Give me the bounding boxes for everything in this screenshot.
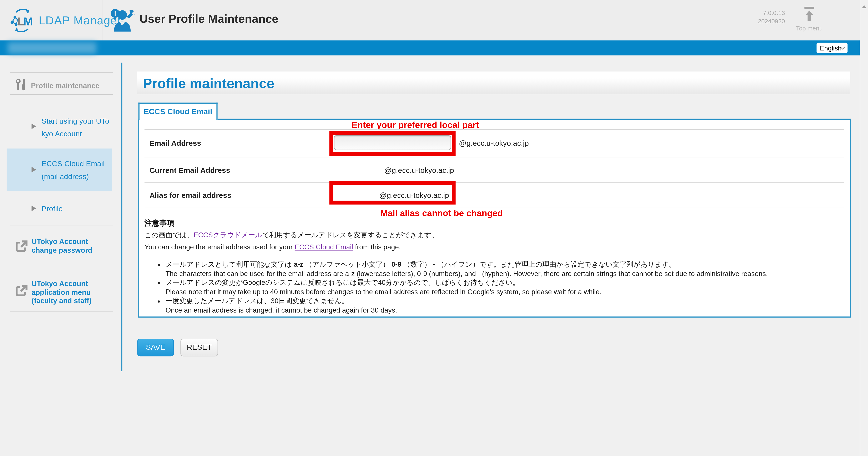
navbar: English (0, 40, 860, 55)
tools-icon (14, 78, 28, 92)
note-jp: 一度変更したメールアドレスは、30日間変更できません。 (165, 296, 840, 306)
language-select-value: English (820, 44, 842, 52)
current-email-value: @g.ecc.u-tokyo.ac.jp (384, 166, 454, 174)
sidebar-divider (10, 94, 113, 95)
app-window: L M LDAP Manager i User Profile Maintena… (0, 0, 868, 456)
page-title: User Profile Maintenance (140, 12, 278, 25)
note-en: Please note that it may take up to 40 mi… (165, 287, 840, 296)
top-menu-label: Top menu (794, 25, 825, 32)
scrollbar-up-arrow[interactable] (862, 5, 866, 8)
sidebar-item-profile[interactable]: Profile (41, 202, 115, 215)
notes-intro-en: You can change the email address used fo… (145, 243, 840, 252)
triangle-bullet-icon (32, 124, 36, 129)
sidebar-content-separator (121, 62, 122, 371)
sidebar-item-change-password[interactable]: UTokyo Account change password (32, 237, 113, 254)
sidebar-item-start-using-account[interactable]: Start using your UTo kyo Account (41, 115, 115, 140)
list-item: 一度変更したメールアドレスは、30日間変更できません。 Once an emai… (165, 296, 840, 315)
top-menu-button[interactable]: Top menu (794, 6, 825, 31)
notes-list: メールアドレスとして利用可能な文字は a-z （アルファベット小文字） 0-9 … (145, 260, 840, 315)
save-button[interactable]: SAVE (137, 339, 174, 357)
header-divider (102, 0, 102, 40)
triangle-bullet-icon (32, 206, 36, 211)
sidebar-divider (10, 312, 113, 312)
note-en: Once an email address is changed, it can… (165, 306, 840, 315)
profile-form-panel: Enter your preferred local part Email Ad… (138, 119, 851, 318)
ldap-manager-logo-icon: L M (9, 7, 36, 34)
current-email-label: Current Email Address (150, 166, 230, 174)
notes-intro-jp: この画面では、ECCSクラウドメールで利用するメールアドレスを変更することができ… (145, 231, 840, 240)
notes-heading: 注意事項 (145, 218, 840, 228)
note-jp: メールアドレスの変更がGoogleのシステムに反映されるには最大で40分かかるの… (165, 278, 840, 287)
version-info: 7.0.0.13 20240920 (758, 9, 785, 26)
row-divider (145, 182, 844, 183)
list-item: メールアドレスの変更がGoogleのシステムに反映されるには最大で40分かかるの… (165, 278, 840, 296)
email-local-part-input[interactable] (334, 135, 451, 150)
note-jp: メールアドレスとして利用可能な文字は a-z （アルファベット小文字） 0-9 … (165, 260, 840, 269)
product-name: LDAP Manager (39, 14, 121, 27)
row-divider (145, 129, 844, 130)
header: L M LDAP Manager i User Profile Maintena… (0, 0, 868, 40)
triangle-bullet-icon (32, 167, 36, 172)
eccs-cloud-mail-link-jp[interactable]: ECCSクラウドメール (193, 231, 262, 239)
language-select[interactable]: English (816, 43, 847, 53)
redacted-current-email-local-part (334, 164, 381, 174)
sidebar-divider (10, 72, 113, 73)
external-link-icon (14, 239, 28, 253)
alias-value: @g.ecc.u-tokyo.ac.jp (379, 191, 449, 200)
note-en: The characters that can be used for the … (165, 269, 840, 278)
sidebar-section-header: Profile maintenance (31, 82, 99, 90)
version-date: 20240920 (758, 17, 785, 25)
svg-text:M: M (23, 15, 33, 28)
email-domain-suffix: @g.ecc.u-tokyo.ac.jp (459, 139, 529, 147)
list-item: メールアドレスとして利用可能な文字は a-z （アルファベット小文字） 0-9 … (165, 260, 840, 278)
top-menu-icon (803, 6, 816, 22)
row-divider (145, 207, 844, 207)
external-link-icon (14, 284, 28, 297)
content-heading-strip: Profile maintenance (137, 72, 850, 94)
annotation-alias-cannot-change: Mail alias cannot be changed (380, 208, 503, 218)
tab-eccs-cloud-email[interactable]: ECCS Cloud Email (138, 103, 218, 120)
eccs-cloud-email-link-en[interactable]: ECCS Cloud Email (295, 243, 353, 251)
user-profile-icon: i (110, 7, 135, 33)
scrollbar-track[interactable] (860, 0, 868, 456)
redacted-alias-local-part (349, 190, 374, 198)
row-divider (145, 157, 844, 158)
sidebar-divider (10, 226, 113, 226)
notes-section: 注意事項 この画面では、ECCSクラウドメールで利用するメールアドレスを変更する… (145, 218, 840, 315)
version-number: 7.0.0.13 (758, 9, 785, 17)
annotation-enter-local-part: Enter your preferred local part (351, 120, 479, 130)
alias-label: Alias for email address (150, 191, 231, 200)
reset-button[interactable]: RESET (181, 339, 218, 357)
ldap-manager-logo: L M LDAP Manager (9, 7, 121, 34)
svg-text:i: i (114, 10, 116, 17)
content-heading: Profile maintenance (143, 76, 275, 91)
sidebar-item-application-menu[interactable]: UTokyo Account application menu (faculty… (32, 279, 113, 305)
email-address-label: Email Address (150, 139, 201, 147)
sidebar-item-eccs-cloud-email[interactable]: ECCS Cloud Email (mail address) (41, 158, 115, 183)
redacted-nav-item (8, 42, 96, 54)
